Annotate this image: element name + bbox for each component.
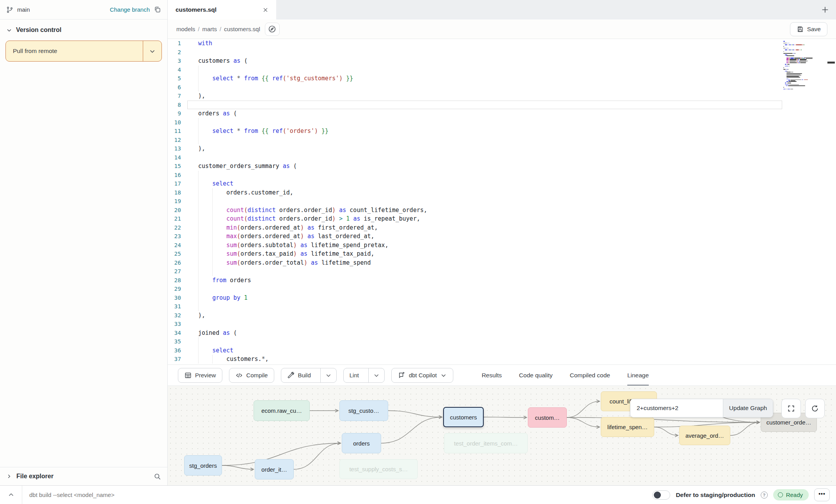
code-line: 22 min(orders.ordered_at) as first_order… [168,223,836,232]
pull-from-remote-label[interactable]: Pull from remote [6,41,143,61]
code-line: 12 [168,136,836,145]
code-line: 11 select * from {{ ref('orders') }} [168,127,836,136]
main-panel: customers.sql models/marts/customers.sql… [168,0,836,485]
breadcrumb-separator: / [198,26,199,32]
save-button[interactable]: Save [790,22,827,36]
line-number: 19 [168,197,188,206]
close-icon[interactable] [263,7,268,13]
line-number: 27 [168,267,188,276]
indent-guide [198,65,199,74]
pull-options-chevron[interactable] [143,41,162,61]
preview-label: Preview [195,372,216,378]
help-icon[interactable]: ? [761,492,768,499]
line-number: 22 [168,223,188,232]
editor-tabbar: customers.sql [168,0,836,19]
indent-guide [198,258,199,267]
lineage-node-lifetime_spen[interactable]: lifetime_spen… [601,417,654,437]
code-line: 18 orders.customer_id, [168,188,836,197]
new-tab-button[interactable] [814,0,836,19]
line-number: 10 [168,118,188,127]
search-icon[interactable] [154,473,161,480]
editor-minimap[interactable] [783,41,817,91]
lint-options-chevron[interactable] [368,368,384,382]
code-line: 19 [168,197,836,206]
indent-guide [198,241,199,250]
lineage-edge-customers-to-custom [484,417,527,417]
lineage-node-order_it[interactable]: order_it… [255,459,294,479]
fullscreen-button[interactable] [781,399,801,418]
code-editor[interactable]: 1with23customers as (45 select * from {{… [168,39,836,364]
code-line: 27 [168,267,836,276]
sidebar: main Change branch Version control Pull … [0,0,168,485]
code-line: 24 sum(orders.subtotal) as lifetime_spen… [168,241,836,250]
line-number: 12 [168,136,188,145]
lineage-node-custom[interactable]: custom… [528,407,567,428]
code-line: 28 from orders [168,276,836,285]
defer-toggle[interactable] [652,490,670,500]
dbt-copilot-button[interactable]: dbt Copilot [391,368,453,383]
refresh-button[interactable] [805,399,825,418]
version-control-label: Version control [16,27,61,34]
version-control-header[interactable]: Version control [0,19,167,39]
lineage-node-test_order_items: test_order_items_com… [444,433,528,453]
change-branch-link[interactable]: Change branch [110,6,150,13]
lineage-node-customers[interactable]: customers [443,407,484,427]
breadcrumb-item[interactable]: marts [202,26,217,32]
command-history-toggle[interactable] [0,486,22,504]
lineage-node-ecom_raw[interactable]: ecom.raw_cu… [254,400,310,421]
code-line: 6 [168,83,836,92]
panel-tab-code-quality[interactable]: Code quality [519,365,552,386]
line-number: 37 [168,355,188,364]
indent-guide [212,258,213,267]
pull-from-remote-button[interactable]: Pull from remote [5,41,162,62]
copy-icon[interactable] [154,6,161,13]
code-line: 10 [168,118,836,127]
indent-guide [198,346,199,355]
compile-button[interactable]: Compile [229,368,274,383]
build-options-chevron[interactable] [320,368,336,382]
more-options-button[interactable]: ••• [814,488,830,501]
dbt-ide-window: main Change branch Version control Pull … [0,0,836,504]
build-button[interactable]: Build [281,368,316,382]
indent-guide [212,267,213,276]
lineage-selector-input[interactable] [630,399,723,417]
line-number: 28 [168,276,188,285]
lineage-edge-lifetime_spen-to-average_ord [654,427,678,436]
line-number: 31 [168,302,188,311]
line-number: 17 [168,179,188,188]
build-split-button: Build [281,368,336,383]
copilot-compass-icon[interactable] [265,23,280,36]
preview-button[interactable]: Preview [178,368,222,383]
indent-guide [212,197,213,206]
breadcrumb-item[interactable]: models [176,26,195,32]
code-line: 33 [168,320,836,329]
panel-tab-compiled-code[interactable]: Compiled code [570,365,610,386]
lineage-node-average_ord[interactable]: average_ord… [679,426,730,445]
tab-customers-sql[interactable]: customers.sql [168,0,276,19]
toggle-knob [654,492,661,499]
update-graph-button[interactable]: Update Graph [723,399,773,417]
lineage-node-stg_orders[interactable]: stg_orders [184,455,222,476]
code-line: 15customer_orders_summary as ( [168,162,836,171]
breadcrumb-item[interactable]: customers.sql [224,26,260,32]
file-explorer-toggle[interactable]: File explorer [0,467,167,485]
code-line: 30 group by 1 [168,294,836,302]
chevron-down-icon [325,372,332,378]
line-number: 18 [168,188,188,197]
code-line: 21 count(distinct orders.order_id) > 1 a… [168,214,836,223]
indent-guide [198,249,199,258]
lint-split-button: Lint [343,368,385,383]
breadcrumb-separator: / [220,26,221,32]
breadcrumb-bar: models/marts/customers.sql Save [168,19,836,39]
panel-tab-results[interactable]: Results [482,365,502,386]
lineage-node-stg_custo[interactable]: stg_custo… [339,400,388,421]
panel-tab-lineage[interactable]: Lineage [627,365,649,386]
lineage-panel[interactable]: ecom.raw_cu…stg_custo…stg_ordersorder_it… [168,386,836,485]
lineage-node-orders[interactable]: orders [342,433,381,453]
dbt-command-input[interactable] [22,492,652,498]
ready-status-badge[interactable]: Ready [773,489,809,500]
lint-button[interactable]: Lint [344,368,365,382]
line-number: 2 [168,48,188,57]
indent-guide [212,214,213,223]
lineage-node-test_supply: test_supply_costs_s… [339,459,418,479]
